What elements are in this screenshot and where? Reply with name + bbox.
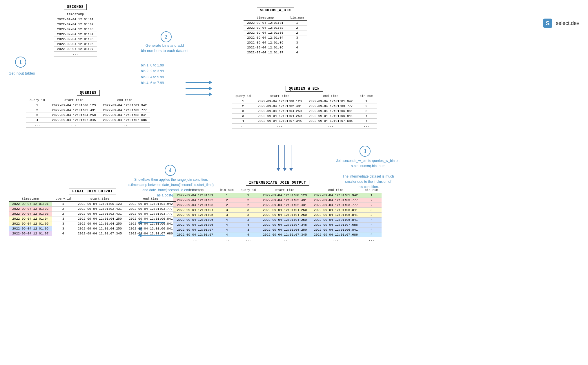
queries-w-bin-title: QUERIES_W_BIN [286, 86, 323, 92]
seconds-table: timestamp 2022-09-04 12:01:01 2022-09-04… [54, 12, 97, 57]
table-row: 2022-09-04 12:01:04332022-09-04 12:01:04… [173, 208, 382, 213]
table-row: 2022-09-04 12:01:043 [244, 35, 307, 40]
fin-col-start: start_time [74, 196, 125, 202]
table-row: 2022-09-04 12:01:011 [244, 21, 307, 26]
table-row: 2022-09-04 12:01:07432022-09-04 12:01:04… [173, 227, 382, 232]
queries-w-bin-table-wrapper: QUERIES_W_BIN query_id start_time end_ti… [232, 86, 377, 129]
int-col-qid: query_id [237, 187, 259, 193]
bins-text: bin 1: 0 to 1.99 bin 2: 2 to 3.99 bin 3:… [141, 62, 164, 86]
logo-text: select.dev [556, 20, 579, 26]
arrow2 [186, 86, 212, 91]
seconds-col-timestamp: timestamp [54, 12, 97, 17]
table-row: 2022-09-04 12:01:0532022-09-04 12:01:04.… [9, 221, 176, 226]
table-row: 2022-09-04 12:01:02222022-09-04 12:01:02… [173, 198, 382, 203]
table-row: 2022-09-04 12:01:06432022-09-04 12:01:04… [173, 218, 382, 223]
fin-col-end: end_time [125, 196, 176, 202]
q-col-id: query_id [26, 97, 48, 103]
table-row-ellipsis: ... [54, 52, 97, 57]
step4-circle: 4 [165, 165, 176, 176]
step1-circle: 1 [15, 57, 26, 68]
down-arrow2 [283, 145, 287, 171]
int-col-bin: bin_num [217, 187, 237, 193]
table-row: 32022-09-04 12:01:04.2502022-09-04 12:01… [232, 114, 377, 119]
swb-col-timestamp: timestamp [244, 15, 287, 21]
arrow1 [186, 80, 212, 84]
seconds-w-bin-table: timestamp bin_num 2022-09-04 12:01:011 2… [244, 15, 307, 60]
table-row: 2022-09-04 12:01:06 [54, 42, 97, 47]
table-row: 2022-09-04 12:01:03222022-09-04 12:01:02… [173, 203, 382, 208]
step2-circle: 2 [161, 31, 172, 42]
intermediate-title: INTERMEDIATE JOIN OUTPUT [246, 180, 309, 186]
table-row: 2022-09-04 12:01:06442022-09-04 12:01:07… [173, 223, 382, 227]
step2-label: Generate bins and addbin numbers to each… [136, 43, 194, 53]
table-row: 32022-09-04 12:01:04.2502022-09-04 12:01… [26, 113, 150, 118]
int-col-end: end_time [310, 187, 361, 193]
table-row: 2022-09-04 12:01:0322022-09-04 12:01:02.… [9, 212, 176, 216]
table-row: 2022-09-04 12:01:04 [54, 32, 97, 37]
table-row: 2022-09-04 12:01:02 [54, 22, 97, 27]
int-col-ts: timestamp [173, 187, 217, 193]
int-col-bin2: bin_num [361, 187, 382, 193]
swb-col-bin: bin_num [287, 15, 307, 21]
table-row: 12022-09-04 12:01:00.1232022-09-04 12:01… [26, 103, 150, 108]
qwb-col-id: query_id [232, 93, 254, 99]
seconds-w-bin-title: SECONDS_W_BIN [257, 8, 294, 13]
table-row: 2022-09-04 12:01:0632022-09-04 12:01:04.… [9, 226, 176, 231]
table-row: 42022-09-04 12:01:07.3452022-09-04 12:01… [26, 118, 150, 123]
svg-text:S: S [546, 20, 549, 26]
q-col-start: start_time [48, 97, 99, 103]
step3-circle: 3 [360, 146, 371, 157]
intermediate-table: timestamp bin_num query_id start_time en… [173, 187, 382, 242]
queries-title: QUERIES [77, 90, 100, 96]
seconds-w-bin-table-wrapper: SECONDS_W_BIN timestamp bin_num 2022-09-… [244, 8, 307, 60]
fin-col-qid: query_id [52, 196, 74, 202]
intermediate-table-wrapper: INTERMEDIATE JOIN OUTPUT timestamp bin_n… [173, 180, 382, 242]
qwb-col-bin: bin_num [356, 93, 376, 99]
table-row: 2022-09-04 12:01:05332022-09-04 12:01:04… [173, 213, 382, 218]
queries-table-wrapper: QUERIES query_id start_time end_time 120… [26, 90, 150, 128]
fin-col-ts: timestamp [9, 196, 52, 202]
table-row-ellipsis: ............ [232, 124, 377, 129]
table-row: 2022-09-04 12:01:064 [244, 45, 307, 50]
final-table-wrapper: FINAL JOIN OUTPUT timestamp query_id sta… [9, 189, 176, 241]
final-title: FINAL JOIN OUTPUT [69, 189, 116, 194]
logo-icon: S [542, 17, 553, 29]
table-row: 2022-09-04 12:01:0432022-09-04 12:01:04.… [9, 216, 176, 221]
table-row: 12022-09-04 12:01:00.1232022-09-04 12:01… [232, 99, 377, 104]
queries-table: query_id start_time end_time 12022-09-04… [26, 97, 150, 128]
arrow3 [186, 92, 212, 96]
table-row: 2022-09-04 12:01:032 [244, 30, 307, 35]
int-col-start: start_time [259, 187, 310, 193]
logo: S select.dev [542, 17, 579, 29]
table-row-ellipsis: ......... [26, 123, 150, 128]
seconds-title: SECONDS [64, 4, 87, 10]
qwb-col-end: end_time [305, 93, 356, 99]
table-row: 2022-09-04 12:01:07442022-09-04 12:01:07… [173, 232, 382, 237]
table-row: 2022-09-04 12:01:01112022-09-04 12:01:00… [173, 193, 382, 198]
q-col-end: end_time [99, 97, 150, 103]
seconds-table-wrapper: SECONDS timestamp 2022-09-04 12:01:01 20… [54, 4, 97, 57]
table-row: 2022-09-04 12:01:0112022-09-04 12:01:00.… [9, 202, 176, 207]
table-row: 22022-09-04 12:01:02.4312022-09-04 12:01… [26, 108, 150, 113]
table-row: 22022-09-04 12:01:02.4312022-09-04 12:01… [232, 104, 377, 109]
table-row: 2022-09-04 12:01:074 [244, 50, 307, 55]
table-row: 2022-09-04 12:01:07 [54, 47, 97, 52]
step1-label: Get input tables [6, 71, 38, 76]
table-row-ellipsis: ...... [244, 55, 307, 60]
table-row: 32022-09-04 12:01:04.2502022-09-04 12:01… [232, 109, 377, 114]
table-row: 2022-09-04 12:01:0222022-09-04 12:01:02.… [9, 207, 176, 212]
final-table: timestamp query_id start_time end_time 2… [9, 196, 176, 241]
down-arrow1 [276, 145, 280, 171]
table-row-ellipsis: ............ [9, 236, 176, 241]
queries-w-bin-table: query_id start_time end_time bin_num 120… [232, 93, 377, 129]
table-row: 2022-09-04 12:01:053 [244, 40, 307, 45]
page-container: S select.dev 1 Get input tables SECONDS … [0, 0, 588, 365]
table-row-ellipsis: .................. [173, 237, 382, 242]
table-row: 2022-09-04 12:01:01 [54, 17, 97, 22]
table-row: 42022-09-04 12:01:07.3452022-09-04 12:01… [232, 119, 377, 124]
qwb-col-start: start_time [254, 93, 305, 99]
table-row: 2022-09-04 12:01:03 [54, 27, 97, 32]
table-row: 2022-09-04 12:01:05 [54, 37, 97, 42]
table-row: 2022-09-04 12:01:022 [244, 26, 307, 30]
down-arrow3 [289, 145, 293, 171]
